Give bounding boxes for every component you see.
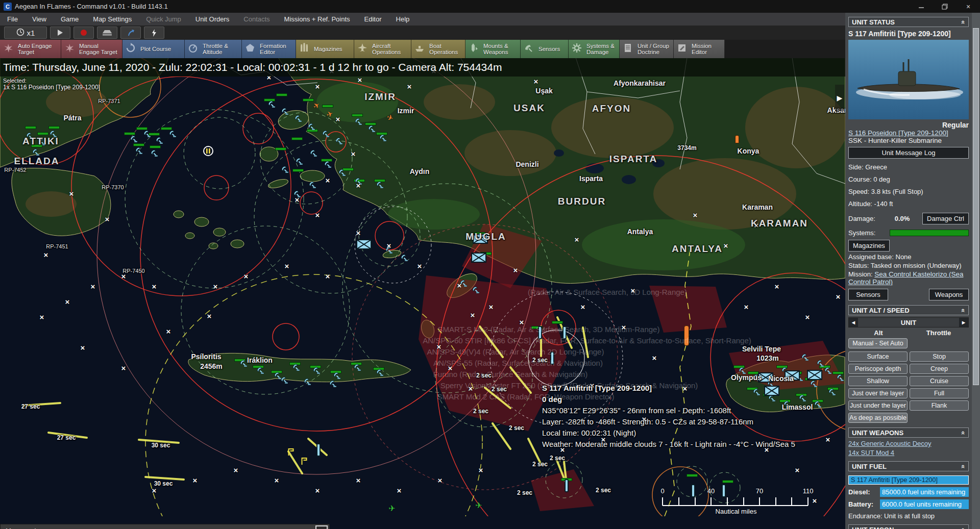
- fuel-selected-unit[interactable]: S 117 Amfitriti [Type 209-1200]: [848, 475, 969, 485]
- map-label: 2 sec: [550, 455, 565, 462]
- toolbar-plot-course-button[interactable]: Plot Course: [122, 40, 185, 58]
- toolbar-magazines-button[interactable]: Magazines: [296, 40, 354, 58]
- selected-unit-link[interactable]: S 116 Poseidon [Type 209-1200]: [848, 129, 948, 137]
- alt-button-as-deep-as-possible[interactable]: As deep as possible: [848, 413, 908, 423]
- minimize-button[interactable]: [910, 0, 933, 13]
- alt-button-periscope-depth[interactable]: Periscope depth: [848, 364, 908, 374]
- app-icon: C: [4, 3, 12, 11]
- map-label: BURDUR: [558, 196, 606, 207]
- unit-selector: ◄ UNIT ►: [848, 317, 969, 328]
- fuel-value: 6000.0 fuel units remaining: [880, 499, 969, 509]
- menu-item-view[interactable]: View: [25, 13, 54, 26]
- damage-ctrl-button[interactable]: Damage Ctrl: [922, 213, 969, 224]
- unit-status-header[interactable]: UNIT STATUS «: [848, 17, 969, 27]
- map-label: IZMIR: [364, 91, 396, 103]
- sidebar-collapse-arrow[interactable]: ▶: [835, 85, 844, 111]
- record-button[interactable]: [74, 27, 94, 39]
- toolbar-mounts-weapons-button[interactable]: Mounts &Weapons: [465, 40, 521, 58]
- menu-item-map-settings[interactable]: Map Settings: [86, 13, 139, 26]
- magazines-button[interactable]: Magazines: [848, 240, 890, 251]
- menu-item-game[interactable]: Game: [54, 13, 86, 26]
- play-button[interactable]: [50, 27, 70, 39]
- alt-button-just-over-the-layer[interactable]: Just over the layer: [848, 388, 908, 398]
- menu-item-missions-ref-points[interactable]: Missions + Ref. Points: [277, 13, 357, 26]
- map-viewport[interactable]: ××××××××××××××××××××××××××××××××××××××××…: [0, 58, 845, 529]
- map-label: Karaman: [742, 203, 773, 211]
- message-log-bar[interactable]: Message Log ↑: [0, 524, 330, 529]
- throttle-button-cruise[interactable]: Cruise: [910, 376, 969, 386]
- jump-arrow-button[interactable]: [120, 27, 141, 39]
- unit-weapons-header[interactable]: UNIT WEAPONS «: [848, 427, 969, 438]
- toolbar-mission-editor-button[interactable]: MissionEditor: [674, 40, 725, 58]
- prev-unit-arrow[interactable]: ◄: [849, 318, 858, 327]
- unit-class: SSK - Hunter-Killer Submarine: [848, 137, 969, 144]
- weapon-link[interactable]: 24x Generic Acoustic Decoy: [848, 440, 969, 447]
- tooltip-line: Weather: Moderate middle clouds 7 - 16k …: [542, 439, 795, 450]
- doctrine-icon: [623, 43, 635, 55]
- alt-button-surface[interactable]: Surface: [848, 351, 908, 362]
- map-label: RP-7452: [4, 167, 26, 173]
- time-compression-button[interactable]: x1: [4, 27, 47, 39]
- terrain-view-button[interactable]: [97, 27, 117, 39]
- map-label: KARAMAN: [751, 218, 808, 229]
- unit-fuel-header-label: UNIT FUEL: [852, 463, 887, 470]
- menu-item-contacts: Contacts: [236, 13, 277, 26]
- close-button[interactable]: ×: [957, 0, 980, 13]
- window-title: Aegean In FLames - Command v1.01 - Build…: [15, 3, 910, 10]
- toolbar-systems-damage-button[interactable]: Systems &Damage: [569, 40, 620, 58]
- alt-column-header: Alt: [848, 329, 909, 337]
- unit-fuel-header[interactable]: UNIT FUEL «: [848, 461, 969, 471]
- weapons-button[interactable]: Weapons: [929, 289, 969, 300]
- toolbar-auto-engage-target-button[interactable]: Auto EngageTarget: [0, 40, 61, 58]
- toolbar-manual-engage-target-button[interactable]: ManualEngage Target: [61, 40, 122, 58]
- sensors-button[interactable]: Sensors: [848, 289, 888, 300]
- alt-speed-header[interactable]: UNIT ALT / SPEED «: [848, 305, 969, 315]
- scale-tick-label: 110: [803, 487, 814, 495]
- alt-button-shallow[interactable]: Shallow: [848, 376, 908, 386]
- menu-item-quick-jump: Quick Jump: [139, 13, 188, 26]
- throttle-button-stop[interactable]: Stop: [910, 351, 969, 362]
- throttle-button-creep[interactable]: Creep: [910, 364, 969, 374]
- menu-item-file[interactable]: File: [0, 13, 25, 26]
- tooltip-line: N35°08'12" E29°26'35" - 26nm from sel - …: [542, 405, 795, 416]
- throttle-button-flank[interactable]: Flank: [910, 400, 969, 411]
- scrollbar-thumb[interactable]: [973, 28, 979, 385]
- damage-label: Damage:: [848, 215, 875, 222]
- toolbar-sensors-button[interactable]: Sensors: [521, 40, 569, 58]
- toolbar-throttle-altitude-button[interactable]: Throttle &Altitude: [185, 40, 242, 58]
- menu-item-unit-orders[interactable]: Unit Orders: [188, 13, 236, 26]
- toolbar-boat-operations-button[interactable]: BoatOperations: [411, 40, 465, 58]
- toolbar-aircraft-operations-button[interactable]: AircraftOperations: [354, 40, 411, 58]
- map-label: Nicosia: [768, 374, 794, 383]
- alt-button-just-under-the-layer[interactable]: Just under the layer: [848, 400, 908, 411]
- collapse-chevron-icon: «: [960, 464, 967, 468]
- sidebar-scrollbar[interactable]: ▼: [972, 13, 980, 529]
- menu-item-editor[interactable]: Editor: [357, 13, 389, 26]
- toolbar-button-label: ManualEngage Target: [79, 43, 117, 55]
- unit-course: Course: 0 deg: [848, 175, 969, 183]
- unit-side: Side: Greece: [848, 163, 969, 171]
- map-label: RP-7371: [98, 98, 120, 104]
- toolbar-formation-editor-button[interactable]: FormationEditor: [242, 40, 296, 58]
- unit-emcon-header[interactable]: UNIT EMCON «: [848, 524, 969, 529]
- toolbar-button-label: Auto EngageTarget: [18, 43, 52, 55]
- toolbar-unit-group-doctrine-button[interactable]: Unit / GroupDoctrine: [620, 40, 674, 58]
- next-unit-arrow[interactable]: ►: [959, 318, 968, 327]
- menu-item-help[interactable]: Help: [389, 13, 417, 26]
- throttle-icon: [188, 43, 200, 55]
- manual-set-auto-button[interactable]: Manual - Set Auto: [848, 338, 908, 348]
- throttle-button-full[interactable]: Full: [910, 388, 969, 398]
- restore-button[interactable]: [933, 0, 957, 13]
- engage-auto-icon: [3, 43, 15, 55]
- fuel-type-label: Battery:: [848, 499, 880, 509]
- unit-status-text: Status: Tasked on mission (Underway): [848, 262, 969, 269]
- weapon-link[interactable]: 14x SUT Mod 4: [848, 449, 969, 457]
- speed-multiplier-label: x1: [27, 29, 35, 37]
- map-label: AFYON: [592, 103, 631, 114]
- unit-message-log-button[interactable]: Unit Message Log: [848, 147, 969, 159]
- map-label: ANTALYA: [672, 243, 723, 255]
- unit-emcon-header-label: UNIT EMCON: [852, 526, 894, 529]
- message-log-expand-button[interactable]: ↑: [315, 525, 328, 529]
- unit-photo: [848, 40, 969, 119]
- lightning-button[interactable]: [144, 27, 164, 39]
